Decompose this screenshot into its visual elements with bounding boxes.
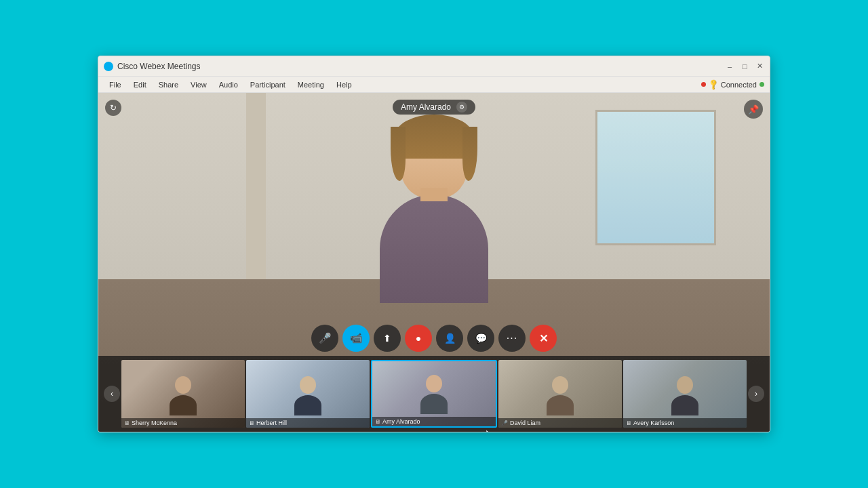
menu-bar: File Edit Share View Audio Participant M… [98, 77, 770, 93]
sherry-mic-icon: 🖥 [124, 420, 130, 426]
participants-button[interactable]: 👤 [436, 325, 463, 352]
window-controls: – □ ✕ [725, 62, 764, 71]
menu-audio[interactable]: Audio [214, 79, 243, 90]
chat-button[interactable]: 💬 [467, 325, 494, 352]
more-options-button[interactable]: ··· [498, 325, 526, 352]
participants-icon: 👤 [444, 333, 456, 344]
active-speaker-name-tag: Amy Alvarado ⚙ [393, 100, 475, 115]
connected-indicator [760, 82, 764, 87]
mute-button[interactable]: 🎤 [311, 325, 338, 352]
menu-share[interactable]: Share [153, 79, 184, 90]
more-icon: ··· [507, 332, 517, 344]
participant-thumb-david[interactable]: 🎤 David Liam [498, 360, 622, 428]
share-button[interactable]: ⬆ [374, 325, 401, 352]
connection-status: 🔑 Connected [701, 80, 764, 89]
active-speaker-name: Amy Alvarado [401, 102, 451, 112]
participant-thumb-avery[interactable]: 🖥 Avery Karlsson [623, 360, 747, 428]
title-bar: Cisco Webex Meetings – □ ✕ [98, 56, 770, 77]
participants-row: 🖥 Sherry McKenna 🖥 Herbert Hill [121, 360, 747, 428]
main-video-area: Amy Alvarado ⚙ ↻ 📌 🎤 📹 ⬆ ● 👤 [98, 93, 770, 432]
participant-sherry-name: 🖥 Sherry McKenna [121, 418, 245, 428]
menu-edit[interactable]: Edit [128, 79, 152, 90]
record-indicator [701, 82, 706, 87]
chat-icon: 💬 [475, 333, 487, 344]
window-title: Cisco Webex Meetings [117, 62, 725, 71]
application-window: Cisco Webex Meetings – □ ✕ File Edit Sha… [98, 56, 770, 432]
participant-thumb-amy[interactable]: 🖥 Amy Alvarado [371, 360, 497, 428]
participant-avery-name: 🖥 Avery Karlsson [623, 418, 747, 428]
avery-mic-icon: 🖥 [626, 420, 631, 426]
herbert-mic-icon: 🖥 [249, 420, 254, 426]
menu-view[interactable]: View [185, 79, 212, 90]
key-icon: 🔑 [707, 78, 719, 91]
amy-mic-icon: 🖥 [375, 419, 380, 425]
menu-file[interactable]: File [104, 79, 127, 90]
menu-meeting[interactable]: Meeting [292, 79, 330, 90]
participant-thumb-sherry[interactable]: 🖥 Sherry McKenna [121, 360, 245, 428]
person-head [400, 120, 468, 198]
share-icon: ⬆ [383, 333, 391, 344]
participant-david-name: 🎤 David Liam [498, 418, 622, 428]
participant-herbert-name: 🖥 Herbert Hill [246, 418, 370, 428]
participant-david-avatar [547, 376, 574, 415]
top-left-icon[interactable]: ↻ [105, 100, 121, 116]
participant-avery-avatar [671, 376, 698, 415]
person-body [380, 195, 488, 303]
end-call-icon: ✕ [539, 332, 548, 345]
controls-toolbar: 🎤 📹 ⬆ ● 👤 💬 ··· ✕ [311, 325, 557, 352]
participant-amy-name: 🖥 Amy Alvarado [372, 417, 496, 426]
pin-icon[interactable]: 📌 [744, 100, 763, 119]
video-icon: 📹 [350, 332, 363, 344]
participant-thumb-herbert[interactable]: 🖥 Herbert Hill [246, 360, 370, 428]
record-icon: ● [416, 333, 421, 344]
app-logo [104, 62, 113, 71]
strip-next-button[interactable]: › [748, 386, 764, 402]
person-hair-right [462, 127, 477, 181]
maximize-button[interactable]: □ [740, 62, 749, 71]
window-close-button[interactable]: ✕ [755, 62, 764, 71]
strip-prev-button[interactable]: ‹ [104, 386, 120, 402]
person-hair-left [391, 127, 406, 181]
person-neck [420, 188, 448, 201]
david-mic-icon: 🎤 [501, 420, 508, 426]
record-button[interactable]: ● [405, 325, 432, 352]
participant-herbert-avatar [294, 376, 321, 415]
menu-help[interactable]: Help [331, 79, 357, 90]
person-hair [395, 115, 473, 159]
video-button[interactable]: 📹 [342, 325, 370, 352]
participant-strip: ‹ 🖥 Sherry McKenna [98, 356, 770, 432]
minimize-button[interactable]: – [725, 62, 734, 71]
end-call-button[interactable]: ✕ [530, 325, 557, 352]
name-tag-settings-icon[interactable]: ⚙ [456, 102, 467, 113]
menu-participant[interactable]: Participant [245, 79, 291, 90]
bg-column [246, 93, 267, 279]
participant-sherry-avatar [170, 376, 197, 415]
participant-amy-avatar [420, 375, 448, 414]
active-speaker-video [326, 120, 542, 350]
connection-text: Connected [721, 81, 757, 89]
bg-window [595, 110, 716, 245]
mute-icon: 🎤 [319, 332, 332, 344]
